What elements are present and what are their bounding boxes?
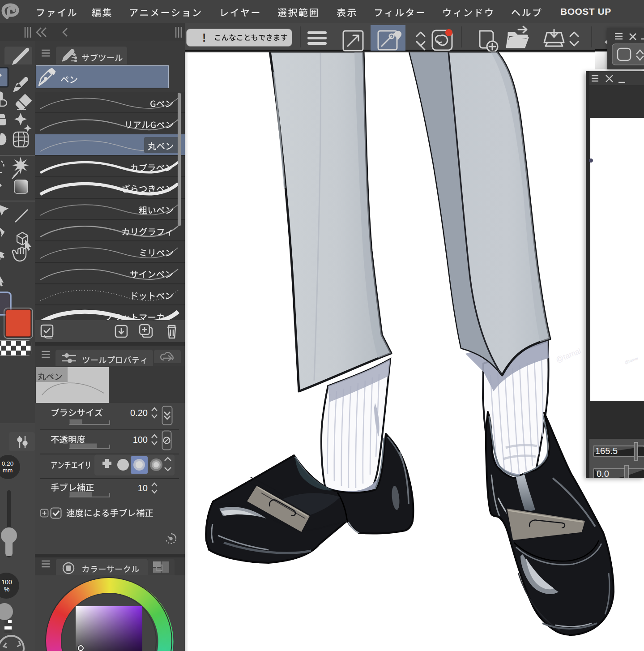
svg-text:@tamai: @tamai bbox=[554, 347, 582, 364]
